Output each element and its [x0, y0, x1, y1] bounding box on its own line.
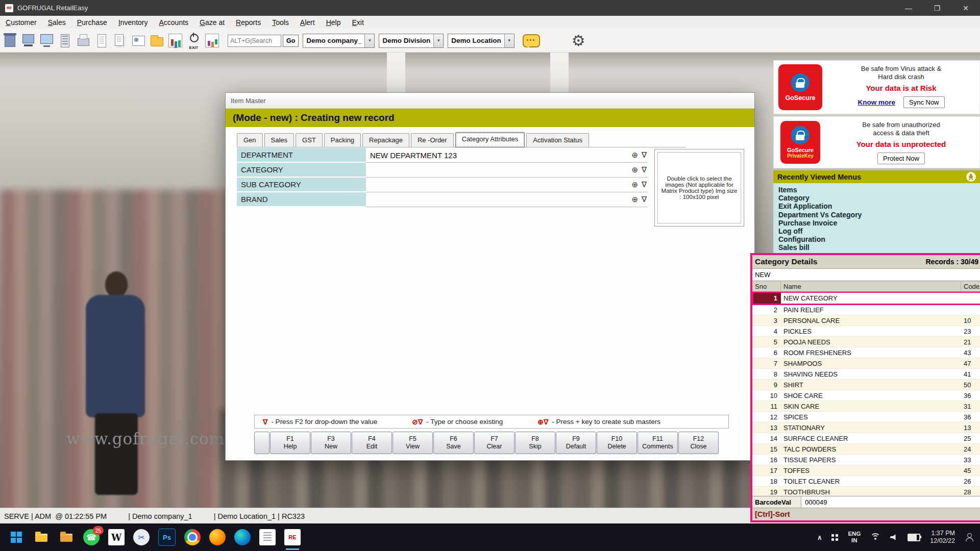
category-row[interactable]: 17 TOFFES 45: [752, 465, 980, 476]
protect-now-button[interactable]: Protect Now: [877, 153, 925, 164]
company-icon[interactable]: [2, 32, 18, 50]
recent-menu-item[interactable]: Log off: [778, 227, 980, 235]
menu-item[interactable]: Sales: [42, 17, 71, 28]
fkey-blank-button[interactable]: [254, 432, 270, 454]
documents-icon[interactable]: [112, 32, 129, 50]
category-row[interactable]: 5 POOJA NEEDS 21: [752, 337, 980, 347]
menu-item[interactable]: Gaze at: [194, 17, 230, 28]
tray-grid-icon[interactable]: [831, 534, 838, 541]
dialog-title-bar[interactable]: Item Master: [226, 93, 754, 109]
barcode-value[interactable]: 000049: [801, 496, 980, 508]
division-dropdown[interactable]: Demo Division: [379, 34, 444, 48]
category-row[interactable]: 1 NEW CATEGORY: [752, 292, 980, 305]
battery-icon[interactable]: [908, 534, 920, 541]
file-explorer-icon[interactable]: [33, 529, 50, 545]
start-button-icon[interactable]: [8, 529, 24, 545]
notepad-icon[interactable]: [259, 529, 276, 545]
menu-item[interactable]: Alert: [295, 17, 321, 28]
monitor-icon[interactable]: [38, 32, 55, 50]
category-row[interactable]: 10 SHOE CARE 36: [752, 390, 980, 401]
go-button[interactable]: Go: [283, 35, 299, 47]
function-key-button[interactable]: F3 New: [311, 432, 351, 454]
menu-item[interactable]: Purchase: [71, 17, 113, 28]
category-row[interactable]: 16 TISSUE PAPERS 33: [752, 455, 980, 465]
global-search-input[interactable]: [228, 35, 281, 47]
add-sub-master-icon[interactable]: [631, 180, 638, 189]
contacts-icon[interactable]: [130, 32, 147, 50]
wikipedia-icon[interactable]: [108, 529, 125, 545]
snipping-tool-icon[interactable]: [133, 529, 150, 545]
bill-icon[interactable]: [93, 32, 110, 50]
recent-menu-item[interactable]: Exit Application: [778, 202, 980, 210]
function-key-button[interactable]: F11 Comments: [638, 432, 678, 454]
category-row[interactable]: 13 STATIONARY 13: [752, 422, 980, 433]
chevron-down-icon[interactable]: [364, 34, 374, 47]
close-button[interactable]: ✕: [951, 0, 980, 16]
add-sub-master-icon[interactable]: [631, 195, 638, 204]
category-row[interactable]: 14 SURFACE CLEANER 25: [752, 433, 980, 444]
menu-item[interactable]: Customer: [0, 17, 42, 28]
function-key-button[interactable]: F1 Help: [270, 432, 310, 454]
column-name[interactable]: Name: [781, 281, 961, 291]
function-key-button[interactable]: F5 View: [393, 432, 433, 454]
printer-icon[interactable]: [75, 32, 92, 50]
dialog-tab[interactable]: Category Attributes: [455, 132, 525, 147]
function-key-button[interactable]: F9 Default: [556, 432, 596, 454]
function-key-button[interactable]: F12 Close: [678, 432, 719, 454]
dropdown-icon[interactable]: [642, 151, 647, 160]
category-row[interactable]: 15 TALC POWDERS 24: [752, 444, 980, 455]
category-row[interactable]: 11 SKIN CARE 31: [752, 401, 980, 412]
category-row[interactable]: 4 PICKLES 23: [752, 326, 980, 337]
location-dropdown[interactable]: Demo Location: [448, 34, 514, 48]
recent-menu-item[interactable]: Purchase Invoice: [778, 219, 980, 227]
dropdown-icon[interactable]: [642, 180, 647, 189]
sync-now-button[interactable]: Sync Now: [903, 96, 945, 108]
dropdown-icon[interactable]: [642, 165, 647, 174]
dropdown-icon[interactable]: [642, 195, 647, 204]
chevron-down-icon[interactable]: [433, 34, 443, 47]
recent-menu-item[interactable]: Items: [778, 186, 980, 194]
category-row[interactable]: 9 SHIRT 50: [752, 380, 980, 390]
dialog-tab[interactable]: Activation Status: [526, 133, 589, 147]
folder-icon[interactable]: [58, 529, 75, 545]
clock[interactable]: 1:37 PM 12/02/22: [930, 530, 955, 545]
pos-terminal-icon[interactable]: [20, 32, 37, 50]
menu-item[interactable]: Inventory: [113, 17, 154, 28]
chat-icon[interactable]: [523, 34, 540, 47]
category-row[interactable]: 18 TOILET CLEANER 26: [752, 476, 980, 487]
function-key-button[interactable]: F6 Save: [433, 432, 474, 454]
dialog-tab[interactable]: Gen: [237, 133, 263, 147]
dialog-tab[interactable]: Sales: [264, 133, 295, 147]
function-key-button[interactable]: F7 Clear: [474, 432, 514, 454]
notifications-icon[interactable]: [965, 533, 973, 541]
sales-chart-icon[interactable]: [167, 32, 184, 50]
chevron-down-icon[interactable]: [504, 34, 514, 47]
field-value-input[interactable]: [366, 192, 648, 207]
retaileasy-app-icon[interactable]: [284, 529, 301, 545]
recent-menu-item[interactable]: Department Vs Category: [778, 211, 980, 219]
know-more-link[interactable]: Know more: [857, 98, 895, 106]
menu-item[interactable]: Exit: [346, 17, 369, 28]
category-row[interactable]: 3 PERSONAL CARE 10: [752, 315, 980, 326]
menu-item[interactable]: Accounts: [153, 17, 194, 28]
calculator-icon[interactable]: [57, 32, 74, 50]
tray-chevron-icon[interactable]: [817, 534, 822, 541]
field-value-input[interactable]: NEW DEPARTMENT 123: [366, 148, 648, 163]
company-dropdown[interactable]: Demo company_: [303, 34, 375, 48]
exit-icon[interactable]: EXIT: [185, 32, 202, 50]
edge-icon[interactable]: [234, 529, 251, 545]
recent-menu-item[interactable]: Sales bill: [778, 243, 980, 252]
category-filter-input[interactable]: NEW: [752, 269, 980, 281]
category-row[interactable]: 19 TOOTHBRUSH 28: [752, 487, 980, 496]
column-sno[interactable]: Sno: [752, 281, 781, 291]
category-row[interactable]: 2 PAIN RELIEF: [752, 305, 980, 315]
language-indicator[interactable]: ENG IN: [848, 531, 861, 544]
add-sub-master-icon[interactable]: [631, 165, 638, 174]
category-row[interactable]: 8 SHAVING NEEDS 41: [752, 369, 980, 380]
category-row[interactable]: 6 ROOM FRESHENERS 43: [752, 347, 980, 358]
function-key-button[interactable]: F4 Edit: [352, 432, 392, 454]
wifi-icon[interactable]: [870, 533, 880, 541]
add-sub-master-icon[interactable]: [631, 151, 638, 160]
category-row[interactable]: 12 SPICES 36: [752, 412, 980, 422]
recent-menu-item[interactable]: Category: [778, 194, 980, 202]
